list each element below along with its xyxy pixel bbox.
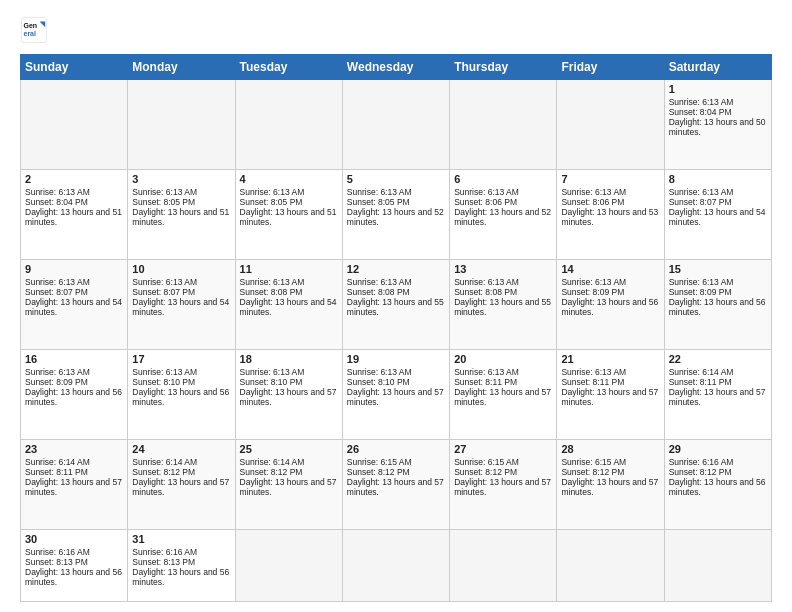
daylight-label: Daylight: 13 hours and 56 minutes. bbox=[132, 567, 229, 587]
sunrise-label: Sunrise: 6:13 AM bbox=[132, 367, 197, 377]
sunset-label: Sunset: 8:12 PM bbox=[240, 467, 303, 477]
logo: Gen eral bbox=[20, 16, 52, 44]
daylight-label: Daylight: 13 hours and 52 minutes. bbox=[347, 207, 444, 227]
day-number: 3 bbox=[132, 173, 230, 185]
calendar-cell: 14Sunrise: 6:13 AMSunset: 8:09 PMDayligh… bbox=[557, 260, 664, 350]
day-number: 9 bbox=[25, 263, 123, 275]
day-number: 31 bbox=[132, 533, 230, 545]
sunrise-label: Sunrise: 6:13 AM bbox=[240, 367, 305, 377]
calendar-cell: 9Sunrise: 6:13 AMSunset: 8:07 PMDaylight… bbox=[21, 260, 128, 350]
sunrise-label: Sunrise: 6:13 AM bbox=[347, 277, 412, 287]
day-number: 29 bbox=[669, 443, 767, 455]
calendar-cell: 28Sunrise: 6:15 AMSunset: 8:12 PMDayligh… bbox=[557, 440, 664, 530]
sunset-label: Sunset: 8:07 PM bbox=[25, 287, 88, 297]
sunset-label: Sunset: 8:11 PM bbox=[454, 377, 517, 387]
day-number: 8 bbox=[669, 173, 767, 185]
calendar-cell bbox=[342, 80, 449, 170]
calendar-week-row: 9Sunrise: 6:13 AMSunset: 8:07 PMDaylight… bbox=[21, 260, 772, 350]
sunset-label: Sunset: 8:09 PM bbox=[669, 287, 732, 297]
daylight-label: Daylight: 13 hours and 57 minutes. bbox=[240, 387, 337, 407]
daylight-label: Daylight: 13 hours and 57 minutes. bbox=[669, 387, 766, 407]
col-header-tuesday: Tuesday bbox=[235, 55, 342, 80]
daylight-label: Daylight: 13 hours and 54 minutes. bbox=[25, 297, 122, 317]
sunset-label: Sunset: 8:13 PM bbox=[25, 557, 88, 567]
svg-text:eral: eral bbox=[24, 30, 37, 37]
calendar-cell: 3Sunrise: 6:13 AMSunset: 8:05 PMDaylight… bbox=[128, 170, 235, 260]
calendar-cell: 4Sunrise: 6:13 AMSunset: 8:05 PMDaylight… bbox=[235, 170, 342, 260]
col-header-wednesday: Wednesday bbox=[342, 55, 449, 80]
sunset-label: Sunset: 8:13 PM bbox=[132, 557, 195, 567]
calendar-cell bbox=[450, 80, 557, 170]
calendar-week-row: 16Sunrise: 6:13 AMSunset: 8:09 PMDayligh… bbox=[21, 350, 772, 440]
day-number: 16 bbox=[25, 353, 123, 365]
sunset-label: Sunset: 8:09 PM bbox=[25, 377, 88, 387]
sunrise-label: Sunrise: 6:13 AM bbox=[454, 367, 519, 377]
calendar-week-row: 1Sunrise: 6:13 AMSunset: 8:04 PMDaylight… bbox=[21, 80, 772, 170]
calendar-cell: 22Sunrise: 6:14 AMSunset: 8:11 PMDayligh… bbox=[664, 350, 771, 440]
daylight-label: Daylight: 13 hours and 57 minutes. bbox=[240, 477, 337, 497]
day-number: 21 bbox=[561, 353, 659, 365]
calendar-cell: 30Sunrise: 6:16 AMSunset: 8:13 PMDayligh… bbox=[21, 530, 128, 602]
calendar-cell bbox=[21, 80, 128, 170]
calendar-cell: 16Sunrise: 6:13 AMSunset: 8:09 PMDayligh… bbox=[21, 350, 128, 440]
daylight-label: Daylight: 13 hours and 51 minutes. bbox=[132, 207, 229, 227]
daylight-label: Daylight: 13 hours and 53 minutes. bbox=[561, 207, 658, 227]
col-header-thursday: Thursday bbox=[450, 55, 557, 80]
sunset-label: Sunset: 8:04 PM bbox=[669, 107, 732, 117]
daylight-label: Daylight: 13 hours and 57 minutes. bbox=[454, 477, 551, 497]
daylight-label: Daylight: 13 hours and 52 minutes. bbox=[454, 207, 551, 227]
day-number: 17 bbox=[132, 353, 230, 365]
sunset-label: Sunset: 8:05 PM bbox=[240, 197, 303, 207]
sunset-label: Sunset: 8:12 PM bbox=[669, 467, 732, 477]
sunrise-label: Sunrise: 6:13 AM bbox=[240, 187, 305, 197]
day-number: 27 bbox=[454, 443, 552, 455]
sunset-label: Sunset: 8:10 PM bbox=[132, 377, 195, 387]
daylight-label: Daylight: 13 hours and 51 minutes. bbox=[240, 207, 337, 227]
calendar-cell: 21Sunrise: 6:13 AMSunset: 8:11 PMDayligh… bbox=[557, 350, 664, 440]
col-header-friday: Friday bbox=[557, 55, 664, 80]
daylight-label: Daylight: 13 hours and 54 minutes. bbox=[669, 207, 766, 227]
calendar-body: 1Sunrise: 6:13 AMSunset: 8:04 PMDaylight… bbox=[21, 80, 772, 602]
logo-icon: Gen eral bbox=[20, 16, 48, 44]
day-number: 1 bbox=[669, 83, 767, 95]
sunrise-label: Sunrise: 6:13 AM bbox=[669, 97, 734, 107]
sunrise-label: Sunrise: 6:15 AM bbox=[454, 457, 519, 467]
daylight-label: Daylight: 13 hours and 57 minutes. bbox=[561, 477, 658, 497]
day-number: 7 bbox=[561, 173, 659, 185]
sunrise-label: Sunrise: 6:13 AM bbox=[132, 277, 197, 287]
calendar-cell bbox=[342, 530, 449, 602]
calendar-cell: 11Sunrise: 6:13 AMSunset: 8:08 PMDayligh… bbox=[235, 260, 342, 350]
sunrise-label: Sunrise: 6:14 AM bbox=[240, 457, 305, 467]
day-number: 14 bbox=[561, 263, 659, 275]
page: Gen eral SundayMondayTuesdayWednesdayThu… bbox=[0, 0, 792, 612]
calendar-cell: 12Sunrise: 6:13 AMSunset: 8:08 PMDayligh… bbox=[342, 260, 449, 350]
calendar-cell: 1Sunrise: 6:13 AMSunset: 8:04 PMDaylight… bbox=[664, 80, 771, 170]
sunset-label: Sunset: 8:08 PM bbox=[347, 287, 410, 297]
sunrise-label: Sunrise: 6:13 AM bbox=[669, 187, 734, 197]
sunrise-label: Sunrise: 6:13 AM bbox=[25, 277, 90, 287]
day-number: 4 bbox=[240, 173, 338, 185]
sunrise-label: Sunrise: 6:13 AM bbox=[669, 277, 734, 287]
calendar-cell: 25Sunrise: 6:14 AMSunset: 8:12 PMDayligh… bbox=[235, 440, 342, 530]
day-number: 13 bbox=[454, 263, 552, 275]
daylight-label: Daylight: 13 hours and 56 minutes. bbox=[669, 297, 766, 317]
header: Gen eral bbox=[20, 16, 772, 44]
sunrise-label: Sunrise: 6:15 AM bbox=[561, 457, 626, 467]
sunrise-label: Sunrise: 6:14 AM bbox=[669, 367, 734, 377]
daylight-label: Daylight: 13 hours and 57 minutes. bbox=[454, 387, 551, 407]
calendar-table: SundayMondayTuesdayWednesdayThursdayFrid… bbox=[20, 54, 772, 602]
calendar-cell: 27Sunrise: 6:15 AMSunset: 8:12 PMDayligh… bbox=[450, 440, 557, 530]
day-number: 30 bbox=[25, 533, 123, 545]
calendar-cell: 24Sunrise: 6:14 AMSunset: 8:12 PMDayligh… bbox=[128, 440, 235, 530]
day-number: 2 bbox=[25, 173, 123, 185]
sunset-label: Sunset: 8:09 PM bbox=[561, 287, 624, 297]
daylight-label: Daylight: 13 hours and 55 minutes. bbox=[347, 297, 444, 317]
sunset-label: Sunset: 8:07 PM bbox=[132, 287, 195, 297]
sunrise-label: Sunrise: 6:13 AM bbox=[240, 277, 305, 287]
calendar-cell: 5Sunrise: 6:13 AMSunset: 8:05 PMDaylight… bbox=[342, 170, 449, 260]
calendar-week-row: 2Sunrise: 6:13 AMSunset: 8:04 PMDaylight… bbox=[21, 170, 772, 260]
daylight-label: Daylight: 13 hours and 55 minutes. bbox=[454, 297, 551, 317]
day-number: 24 bbox=[132, 443, 230, 455]
calendar-cell: 6Sunrise: 6:13 AMSunset: 8:06 PMDaylight… bbox=[450, 170, 557, 260]
sunset-label: Sunset: 8:07 PM bbox=[669, 197, 732, 207]
